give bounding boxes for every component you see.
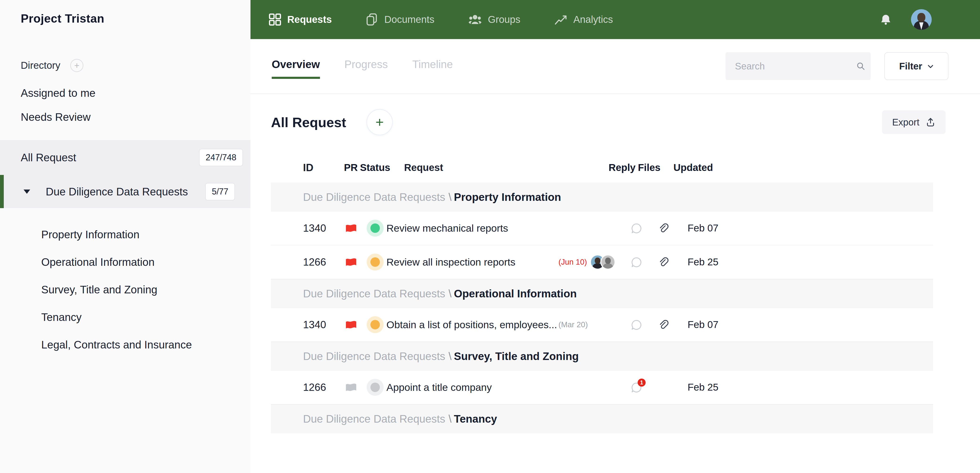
search-input[interactable]: [725, 61, 856, 71]
analytics-icon: [554, 14, 567, 25]
table-row[interactable]: 1266 Review all inspection reports (Jun …: [271, 245, 933, 279]
upload-icon: [926, 117, 935, 127]
nav-label: Analytics: [573, 14, 613, 25]
filter-button[interactable]: Filter: [885, 52, 948, 80]
sidebar-item-needs-review[interactable]: Needs Review: [21, 111, 91, 123]
attachment-icon[interactable]: [658, 320, 669, 329]
unread-reply-badge: 1: [638, 379, 646, 387]
tab-progress[interactable]: Progress: [345, 58, 388, 79]
sidebar-item-due-diligence[interactable]: Due Diligence Data Requests 5/77: [0, 175, 250, 208]
export-button[interactable]: Export: [882, 110, 946, 134]
column-header-files: Files: [636, 162, 662, 173]
attachment-icon[interactable]: [658, 224, 669, 233]
avatar-figure: [917, 13, 925, 22]
comment-icon[interactable]: [630, 319, 642, 330]
heading-row: All Request + Export: [250, 109, 980, 135]
sidebar-subitem-legal-contracts-insurance[interactable]: Legal, Contracts and Insurance: [41, 331, 192, 358]
request-id: 1340: [303, 222, 342, 234]
documents-icon: [366, 13, 378, 25]
user-avatar[interactable]: [911, 9, 932, 30]
chevron-down-icon: [928, 63, 934, 69]
app-root: Project Tristan Directory + Assigned to …: [0, 0, 980, 473]
search-icon[interactable]: [856, 62, 865, 71]
sidebar: Project Tristan Directory + Assigned to …: [0, 0, 250, 473]
nav-label: Groups: [488, 14, 520, 25]
notifications-bell-icon[interactable]: [880, 14, 891, 25]
nav-label: Requests: [287, 14, 332, 25]
updated-date: Feb 25: [676, 256, 728, 268]
add-request-button[interactable]: +: [366, 109, 393, 135]
sidebar-subitem-tenancy[interactable]: Tenancy: [41, 303, 81, 331]
filter-label: Filter: [899, 61, 922, 71]
search-box: [725, 52, 871, 80]
request-title[interactable]: Review all inspection reports: [387, 256, 558, 268]
due-date: (Mar 20): [558, 320, 587, 329]
collapse-caret-icon[interactable]: [24, 189, 30, 194]
updated-date: Feb 07: [676, 319, 728, 330]
grid-icon: [269, 13, 281, 25]
tab-timeline[interactable]: Timeline: [412, 58, 453, 79]
group-row-tenancy[interactable]: Due Diligence Data Requests\Tenancy: [271, 405, 933, 433]
status-dot-orange: [367, 316, 383, 333]
sidebar-item-assigned-to-me[interactable]: Assigned to me: [21, 87, 95, 99]
table-row[interactable]: 1266 Appoint a title company 1 Feb 25: [271, 371, 933, 405]
directory-row: Directory +: [21, 59, 83, 72]
assignee-avatar[interactable]: [600, 254, 616, 270]
column-header-request: Request: [387, 162, 558, 173]
group-breadcrumb: Due Diligence Data Requests\Operational …: [303, 287, 577, 300]
main-area: Requests Documents Groups Analytics: [250, 0, 980, 473]
table-header-row: ID PR Status Request Reply Files Updated: [271, 152, 933, 183]
sidebar-subitem-property-information[interactable]: Property Information: [41, 221, 140, 248]
group-row-survey-title-zoning[interactable]: Due Diligence Data Requests\Survey, Titl…: [271, 342, 933, 371]
sidebar-item-all-request[interactable]: All Request 247/748: [0, 140, 250, 175]
status-dot-orange: [367, 254, 383, 270]
toolbar: Overview Progress Timeline Filter: [250, 39, 980, 94]
nav-item-requests[interactable]: Requests: [269, 13, 332, 25]
sidebar-subitem-survey-title-zoning[interactable]: Survey, Title and Zoning: [41, 276, 158, 303]
export-label: Export: [892, 117, 920, 128]
table-row[interactable]: 1340 Obtain a list of positions, employe…: [271, 308, 933, 342]
priority-flag-icon[interactable]: [344, 257, 358, 267]
request-id: 1340: [303, 319, 342, 330]
priority-flag-icon[interactable]: [344, 224, 358, 233]
group-row-operational-information[interactable]: Due Diligence Data Requests\Operational …: [271, 279, 933, 308]
all-request-label: All Request: [21, 151, 76, 164]
sidebar-subitem-operational-information[interactable]: Operational Information: [41, 248, 154, 276]
group-breadcrumb: Due Diligence Data Requests\Tenancy: [303, 413, 497, 425]
top-nav: Requests Documents Groups Analytics: [250, 0, 980, 39]
group-row-property-information[interactable]: Due Diligence Data Requests\Property Inf…: [271, 183, 933, 211]
group-breadcrumb: Due Diligence Data Requests\Property Inf…: [303, 191, 561, 203]
priority-flag-icon[interactable]: [344, 383, 358, 392]
nav-label: Documents: [384, 14, 434, 25]
request-id: 1266: [303, 256, 342, 268]
column-header-id: ID: [303, 162, 342, 173]
add-directory-button[interactable]: +: [70, 59, 83, 72]
all-request-count-badge: 247/748: [199, 149, 243, 166]
due-date: (Jun 10): [558, 257, 587, 267]
request-title[interactable]: Review mechanical reports: [387, 222, 558, 234]
request-title[interactable]: Appoint a title company: [387, 382, 558, 393]
nav-item-groups[interactable]: Groups: [468, 14, 520, 25]
directory-label: Directory: [21, 60, 60, 71]
tab-label: Timeline: [412, 58, 453, 70]
comment-icon[interactable]: [630, 257, 642, 267]
project-title: Project Tristan: [21, 12, 104, 25]
priority-flag-icon[interactable]: [344, 320, 358, 329]
comment-icon[interactable]: 1: [630, 382, 642, 393]
updated-date: Feb 25: [676, 382, 728, 393]
attachment-icon[interactable]: [658, 257, 669, 267]
request-title[interactable]: Obtain a list of positions, employees...: [387, 319, 558, 330]
comment-icon[interactable]: [630, 223, 642, 233]
group-breadcrumb: Due Diligence Data Requests\Survey, Titl…: [303, 350, 579, 363]
table-row[interactable]: 1340 Review mechanical reports Feb 07: [271, 211, 933, 245]
tab-label: Overview: [272, 58, 320, 70]
due-diligence-count-badge: 5/77: [205, 183, 235, 200]
status-dot-green: [367, 220, 383, 236]
requests-table: ID PR Status Request Reply Files Updated…: [271, 152, 933, 433]
nav-right: [880, 9, 932, 30]
nav-item-analytics[interactable]: Analytics: [554, 14, 613, 25]
column-header-pr: PR: [344, 162, 358, 173]
tab-overview[interactable]: Overview: [272, 58, 320, 79]
active-tab-underline: [272, 77, 320, 79]
nav-item-documents[interactable]: Documents: [366, 13, 434, 25]
